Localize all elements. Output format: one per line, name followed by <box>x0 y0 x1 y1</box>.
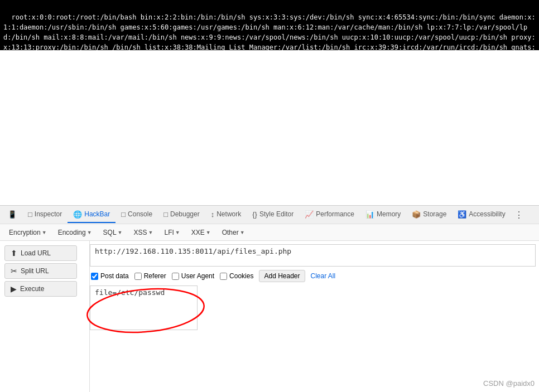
sql-arrow: ▼ <box>118 230 123 235</box>
add-header-button[interactable]: Add Header <box>259 270 305 282</box>
load-url-icon: ⬆ <box>11 249 17 258</box>
inspector-icon: □ <box>28 210 32 219</box>
cookies-checkbox-label[interactable]: Cookies <box>220 272 253 280</box>
terminal-output: root:x:0:0:root:/root:/bin/bash bin:x:2:… <box>0 0 539 50</box>
csdn-watermark: CSDN @paidx0 <box>483 379 535 388</box>
referer-checkbox[interactable] <box>134 273 142 280</box>
style-editor-icon: {} <box>252 210 257 219</box>
devtools-toolbar: 📱 □ Inspector 🌐 HackBar □ Console □ Debu… <box>0 205 539 224</box>
tab-debugger[interactable]: □ Debugger <box>158 207 205 223</box>
responsive-icon: 📱 <box>8 210 17 219</box>
user-agent-checkbox[interactable] <box>172 273 179 280</box>
url-input[interactable] <box>90 244 536 267</box>
encoding-arrow: ▼ <box>87 230 92 235</box>
hackbar-right-panel: Post data Referer User Agent Cookies Add… <box>89 241 539 392</box>
terminal-text: root:x:0:0:root:/root:/bin/bash bin:x:2:… <box>3 13 536 50</box>
other-menu[interactable]: Other ▼ <box>218 227 249 238</box>
main-content-area <box>0 50 539 205</box>
referer-checkbox-label[interactable]: Referer <box>134 272 166 280</box>
tab-style-editor[interactable]: {} Style Editor <box>247 207 299 223</box>
memory-icon: 📊 <box>365 210 374 219</box>
options-row: Post data Referer User Agent Cookies Add… <box>90 267 536 285</box>
xss-menu[interactable]: XSS ▼ <box>129 227 158 238</box>
tab-network[interactable]: ↕ Network <box>205 207 247 223</box>
tab-memory[interactable]: 📊 Memory <box>360 207 406 223</box>
tab-inspector[interactable]: □ Inspector <box>22 207 68 223</box>
cookies-checkbox[interactable] <box>220 273 227 280</box>
xxe-arrow: ▼ <box>206 230 211 235</box>
encryption-menu[interactable]: Encryption ▼ <box>4 227 51 238</box>
console-icon: □ <box>121 210 126 219</box>
split-url-button[interactable]: ✂ Split URL <box>4 263 77 279</box>
sql-menu[interactable]: SQL ▼ <box>99 227 127 238</box>
secondary-toolbar: Encryption ▼ Encoding ▼ SQL ▼ XSS ▼ LFI … <box>0 224 539 241</box>
other-arrow: ▼ <box>240 230 245 235</box>
performance-icon: 📈 <box>305 210 314 219</box>
tab-responsive[interactable]: 📱 <box>2 207 22 223</box>
accessibility-icon: ♿ <box>458 210 466 219</box>
tab-performance[interactable]: 📈 Performance <box>299 207 360 223</box>
hackbar-icon: 🌐 <box>73 210 82 219</box>
post-data-wrapper <box>90 285 536 392</box>
left-buttons-panel: ⬆ Load URL ✂ Split URL ▶ Execute <box>0 241 89 392</box>
tab-console[interactable]: □ Console <box>116 207 158 223</box>
tab-accessibility[interactable]: ♿ Accessibility <box>452 207 511 223</box>
xss-arrow: ▼ <box>148 230 153 235</box>
tab-hackbar[interactable]: 🌐 HackBar <box>68 207 116 223</box>
post-data-checkbox-label[interactable]: Post data <box>91 272 129 280</box>
encryption-arrow: ▼ <box>42 230 47 235</box>
execute-button[interactable]: ▶ Execute <box>4 281 77 297</box>
execute-icon: ▶ <box>11 284 17 293</box>
tab-more[interactable]: ⋮ <box>511 207 527 222</box>
storage-icon: 📦 <box>412 210 421 219</box>
post-data-input[interactable] <box>90 285 198 330</box>
lfi-menu[interactable]: LFI ▼ <box>160 227 184 238</box>
post-data-checkbox[interactable] <box>91 273 98 280</box>
xxe-menu[interactable]: XXE ▼ <box>187 227 215 238</box>
clear-all-link[interactable]: Clear All <box>311 272 336 280</box>
encoding-menu[interactable]: Encoding ▼ <box>54 227 97 238</box>
network-icon: ↕ <box>211 210 215 219</box>
debugger-icon: □ <box>163 210 168 219</box>
load-url-button[interactable]: ⬆ Load URL <box>4 245 77 261</box>
hackbar-main: ⬆ Load URL ✂ Split URL ▶ Execute Post da… <box>0 241 539 392</box>
user-agent-checkbox-label[interactable]: User Agent <box>172 272 214 280</box>
lfi-arrow: ▼ <box>175 230 180 235</box>
split-url-icon: ✂ <box>11 267 17 275</box>
tab-storage[interactable]: 📦 Storage <box>406 207 452 223</box>
